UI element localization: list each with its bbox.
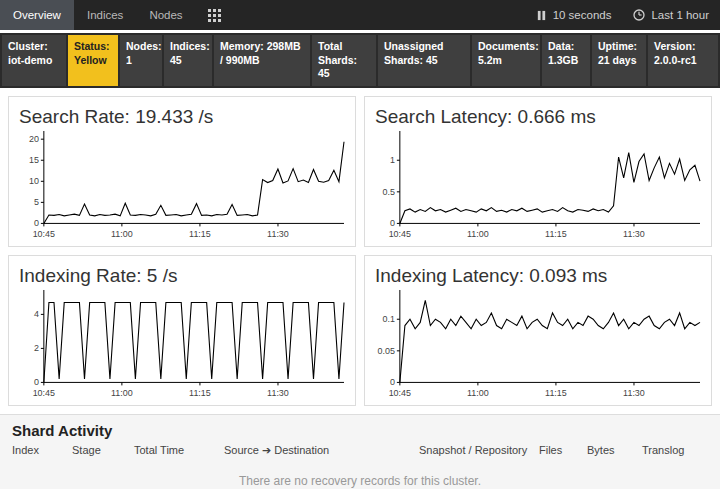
cluster-value: iot-demo — [8, 54, 52, 66]
cluster-label: Cluster: — [8, 40, 48, 52]
svg-text:10:45: 10:45 — [33, 389, 55, 399]
svg-text:0.05: 0.05 — [377, 346, 394, 356]
tab-indices[interactable]: Indices — [74, 0, 136, 30]
pause-icon — [536, 10, 547, 21]
indices-value: 45 — [170, 54, 182, 66]
documents-label: Documents: — [478, 40, 539, 52]
indexing-latency-title: Indexing Latency: 0.093 ms — [375, 264, 703, 288]
svg-text:4: 4 — [34, 310, 39, 320]
svg-text:0: 0 — [34, 378, 39, 388]
svg-text:11:00: 11:00 — [111, 389, 133, 399]
search-rate-title: Search Rate: 19.433 /s — [19, 105, 347, 129]
svg-text:0.5: 0.5 — [382, 187, 394, 197]
svg-text:11:00: 11:00 — [467, 229, 489, 239]
indexing-rate-chart[interactable]: 02410:4511:0011:1511:30 — [17, 288, 347, 405]
svg-text:11:30: 11:30 — [623, 389, 645, 399]
shard-activity-section: Shard Activity Index Stage Total Time So… — [0, 414, 720, 489]
data-size-value: 1.3GB — [548, 54, 578, 66]
svg-text:2: 2 — [34, 344, 39, 354]
svg-text:0: 0 — [390, 378, 395, 388]
grid-icon — [208, 9, 221, 22]
data-size-segment: Data: 1.3GB — [542, 35, 590, 86]
svg-text:11:15: 11:15 — [545, 389, 567, 399]
svg-text:0.1: 0.1 — [382, 314, 394, 324]
cluster-status-segment: Status: Yellow — [68, 35, 118, 86]
nodes-segment: Nodes: 1 — [120, 35, 162, 86]
search-latency-title: Search Latency: 0.666 ms — [375, 105, 703, 129]
svg-text:0: 0 — [34, 218, 39, 228]
shard-activity-title: Shard Activity — [0, 415, 720, 444]
total-shards-label: Total Shards: — [318, 40, 357, 66]
svg-text:11:30: 11:30 — [267, 389, 289, 399]
version-value: 2.0.0-rc1 — [654, 54, 697, 66]
search-rate-chart[interactable]: 0510152010:4511:0011:1511:30 — [17, 129, 347, 246]
apps-grid-icon[interactable] — [196, 0, 233, 30]
search-latency-panel: Search Latency: 0.666 ms 00.5110:4511:00… — [364, 96, 712, 247]
uptime-value: 21 days — [598, 54, 637, 66]
nodes-label: Nodes: — [126, 40, 162, 52]
data-size-label: Data: — [548, 40, 574, 52]
svg-text:20: 20 — [29, 134, 39, 144]
col-bytes: Bytes — [587, 444, 642, 457]
nodes-value: 1 — [126, 54, 132, 66]
clock-icon — [633, 9, 645, 21]
refresh-interval-label: 10 seconds — [553, 9, 612, 21]
svg-text:11:15: 11:15 — [545, 229, 567, 239]
search-latency-chart[interactable]: 00.5110:4511:0011:1511:30 — [373, 129, 703, 246]
refresh-interval-control[interactable]: 10 seconds — [525, 9, 623, 21]
indexing-rate-panel: Indexing Rate: 5 /s 02410:4511:0011:1511… — [8, 255, 356, 406]
cluster-name-segment: Cluster: iot-demo — [2, 35, 66, 86]
svg-text:10: 10 — [29, 176, 39, 186]
version-label: Version: — [654, 40, 695, 52]
search-rate-panel: Search Rate: 19.433 /s 0510152010:4511:0… — [8, 96, 356, 247]
indexing-rate-title: Indexing Rate: 5 /s — [19, 264, 347, 288]
svg-text:10:45: 10:45 — [389, 389, 411, 399]
documents-segment: Documents: 5.2m — [472, 35, 540, 86]
tab-overview[interactable]: Overview — [0, 0, 74, 30]
memory-label: Memory: — [220, 40, 264, 52]
status-badge: Yellow — [74, 54, 107, 66]
svg-text:15: 15 — [29, 155, 39, 165]
svg-text:1: 1 — [390, 155, 395, 165]
shard-activity-header: Index Stage Total Time Source ➔ Destinat… — [0, 444, 720, 463]
col-source-destination: Source ➔ Destination — [224, 444, 419, 457]
col-files: Files — [539, 444, 587, 457]
unassigned-shards-segment: Unassigned Shards: 45 — [378, 35, 470, 86]
svg-text:11:15: 11:15 — [189, 229, 211, 239]
top-navbar: Overview Indices Nodes 10 seconds — [0, 0, 720, 30]
total-shards-segment: Total Shards: 45 — [312, 35, 376, 86]
indexing-latency-chart[interactable]: 00.050.110:4511:0011:1511:30 — [373, 288, 703, 405]
nav-tabs: Overview Indices Nodes — [0, 0, 233, 30]
svg-text:11:15: 11:15 — [189, 389, 211, 399]
total-shards-value: 45 — [318, 67, 330, 79]
charts-grid: Search Rate: 19.433 /s 0510152010:4511:0… — [0, 88, 720, 415]
version-segment: Version: 2.0.0-rc1 — [648, 35, 718, 86]
col-translog: Translog — [642, 444, 702, 457]
time-range-control[interactable]: Last 1 hour — [622, 9, 720, 21]
indices-label: Indices: — [170, 40, 210, 52]
svg-text:5: 5 — [34, 197, 39, 207]
svg-text:10:45: 10:45 — [389, 229, 411, 239]
cluster-status-bar: Cluster: iot-demo Status: Yellow Nodes: … — [0, 33, 720, 88]
svg-text:0: 0 — [390, 218, 395, 228]
time-range-label: Last 1 hour — [651, 9, 709, 21]
svg-text:10:45: 10:45 — [33, 229, 55, 239]
documents-value: 5.2m — [478, 54, 502, 66]
indices-segment: Indices: 45 — [164, 35, 212, 86]
col-total-time: Total Time — [134, 444, 224, 457]
nav-right-controls: 10 seconds Last 1 hour — [525, 0, 720, 30]
svg-text:11:30: 11:30 — [267, 229, 289, 239]
col-stage: Stage — [72, 444, 134, 457]
svg-text:11:30: 11:30 — [623, 229, 645, 239]
status-label: Status: — [74, 40, 110, 52]
indexing-latency-panel: Indexing Latency: 0.093 ms 00.050.110:45… — [364, 255, 712, 406]
svg-text:11:00: 11:00 — [467, 389, 489, 399]
unassigned-shards-value: 45 — [426, 54, 438, 66]
col-index: Index — [12, 444, 72, 457]
col-snapshot-repository: Snapshot / Repository — [419, 444, 539, 457]
memory-segment: Memory: 298MB / 990MB — [214, 35, 310, 86]
uptime-label: Uptime: — [598, 40, 637, 52]
tab-nodes[interactable]: Nodes — [136, 0, 195, 30]
uptime-segment: Uptime: 21 days — [592, 35, 646, 86]
svg-text:11:00: 11:00 — [111, 229, 133, 239]
